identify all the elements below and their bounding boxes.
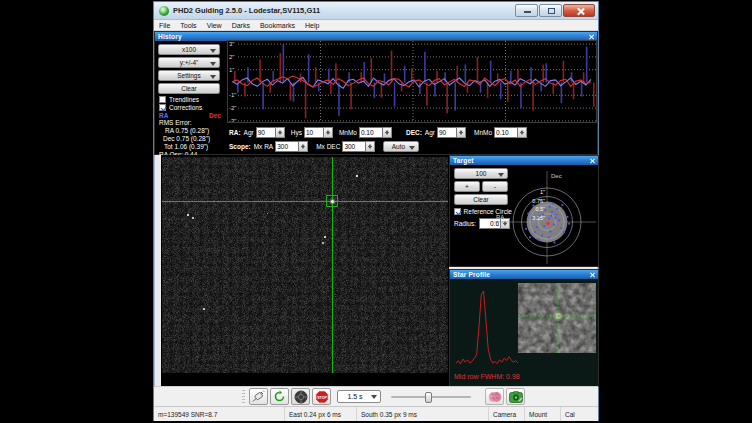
corrections-checkbox[interactable] <box>159 104 166 111</box>
crosshair-horizontal-line <box>162 201 448 202</box>
guide-star[interactable] <box>331 200 334 203</box>
star-profile-titlebar[interactable]: Star Profile <box>450 270 598 279</box>
ra-mnmo-label: MnMo <box>339 129 357 136</box>
status-mount-indicator: Mount <box>524 407 560 421</box>
menu-file[interactable]: File <box>154 22 175 29</box>
history-close-icon[interactable] <box>588 33 595 40</box>
ra-aggression-spinner[interactable] <box>276 127 285 138</box>
target-clear-label: Clear <box>473 196 489 203</box>
menu-bookmarks[interactable]: Bookmarks <box>255 22 300 29</box>
close-button[interactable] <box>563 4 595 17</box>
mxdec-label: Mx DEC <box>316 143 340 150</box>
dec-aggression-spinner[interactable] <box>457 127 466 138</box>
svg-text:Dec: Dec <box>551 173 562 179</box>
plug-icon <box>252 390 265 403</box>
stop-sign-icon: STOP <box>315 390 329 404</box>
history-settings-dropdown[interactable]: Settings <box>158 70 220 81</box>
trendlines-checkbox[interactable] <box>159 96 166 103</box>
rms-dec: Dec 0.75 (0.28") <box>163 135 223 143</box>
max-dec-input[interactable] <box>342 141 366 152</box>
max-ra-spinner[interactable] <box>299 141 308 152</box>
hysteresis-spinner[interactable] <box>324 127 333 138</box>
ra-minmove-input[interactable] <box>359 127 383 138</box>
stop-label: STOP <box>317 395 327 399</box>
ra-aggression-input[interactable] <box>256 127 276 138</box>
target-panel: Target 100 + - Clear Reference Circle Ra… <box>449 155 599 267</box>
star-profile-close-icon[interactable] <box>589 271 596 278</box>
status-camera-indicator: Camera <box>488 407 524 421</box>
trendlines-label: Trendlines <box>169 96 199 103</box>
max-dec-spinner[interactable] <box>366 141 375 152</box>
slider-thumb[interactable] <box>425 392 432 403</box>
minimize-button[interactable] <box>515 4 538 17</box>
dec-mode-value: Auto <box>392 143 405 150</box>
max-ra-input[interactable] <box>275 141 299 152</box>
loop-icon <box>273 390 286 403</box>
history-yscale-dropdown[interactable]: y:+/-4" <box>158 57 220 68</box>
history-scale-value: x100 <box>182 46 196 53</box>
reference-circle-checkbox[interactable] <box>454 208 461 215</box>
exposure-dropdown[interactable]: 1.5 s <box>337 390 381 403</box>
target-close-icon[interactable] <box>589 157 596 164</box>
rms-tot: Tot 1.06 (0.39") <box>164 143 223 151</box>
ra-legend-label[interactable]: RA <box>159 112 168 119</box>
radius-label: Radius: <box>454 220 476 227</box>
gamma-slider[interactable] <box>391 391 471 403</box>
brain-icon <box>488 391 502 403</box>
chevron-down-icon <box>409 146 415 150</box>
advanced-settings-button[interactable] <box>485 388 504 405</box>
star-profile-title: Star Profile <box>450 271 490 278</box>
target-zoom-in-button[interactable]: + <box>454 181 480 192</box>
loop-exposures-button[interactable] <box>270 388 289 405</box>
svg-text:RA: RA <box>496 214 504 220</box>
history-scale-dropdown[interactable]: x100 <box>158 44 220 55</box>
chevron-down-icon <box>210 62 216 66</box>
camera-settings-button[interactable] <box>506 388 525 405</box>
menu-view[interactable]: View <box>202 22 227 29</box>
star-closeup-image <box>518 283 596 353</box>
status-east: East 0.24 px 6 ms <box>284 407 356 421</box>
history-yscale-value: y:+/-4" <box>180 59 199 66</box>
status-bar: m=139549 SNR=8.7 East 0.24 px 6 ms South… <box>154 406 598 421</box>
dec-mode-dropdown[interactable]: Auto <box>383 141 419 152</box>
history-panel-title: History <box>155 33 182 40</box>
dec-mnmo-label: MnMo <box>474 129 492 136</box>
dec-legend-label[interactable]: Dec <box>209 112 221 119</box>
menu-tools[interactable]: Tools <box>175 22 201 29</box>
title-bar[interactable]: PHD2 Guiding 2.5.0 - Lodestar,SV115,G11 <box>154 2 598 20</box>
agr-label: Agr <box>244 129 254 136</box>
menu-help[interactable]: Help <box>300 22 324 29</box>
history-clear-button[interactable]: Clear <box>158 83 220 94</box>
stop-button[interactable]: STOP <box>312 388 331 405</box>
dec-aggression-input[interactable] <box>437 127 457 138</box>
status-message: m=139549 SNR=8.7 <box>154 407 284 421</box>
hysteresis-input[interactable] <box>304 127 324 138</box>
svg-text:-1": -1" <box>229 92 236 98</box>
toolbar-gripper[interactable] <box>242 390 245 404</box>
svg-text:-3": -3" <box>229 118 236 123</box>
svg-text:0.75": 0.75" <box>532 198 545 204</box>
phd2-logo-icon <box>159 6 169 16</box>
history-panel: History x100 y:+/-4" Settings Clear Tren… <box>154 31 598 155</box>
begin-guiding-button[interactable] <box>291 388 310 405</box>
ra-minmove-spinner[interactable] <box>383 127 392 138</box>
dec-minmove-input[interactable] <box>494 127 518 138</box>
target-zoom-value: 100 <box>476 170 487 177</box>
exposure-value: 1.5 s <box>347 393 362 400</box>
menu-darks[interactable]: Darks <box>227 22 255 29</box>
svg-text:2": 2" <box>229 54 234 60</box>
phd2-window: PHD2 Guiding 2.5.0 - Lodestar,SV115,G11 … <box>153 1 599 421</box>
desktop: PHD2 Guiding 2.5.0 - Lodestar,SV115,G11 … <box>0 0 752 423</box>
plus-icon: + <box>465 183 469 190</box>
target-panel-titlebar[interactable]: Target <box>450 156 598 165</box>
target-bullseye-plot: 0.25"0.5"0.75"1"DecRA <box>492 167 598 266</box>
dec-minmove-spinner[interactable] <box>518 127 527 138</box>
ra-prefix-label: RA: <box>229 129 241 136</box>
status-south: South 0.35 px 9 ms <box>356 407 456 421</box>
guide-camera-image[interactable] <box>161 155 449 387</box>
menu-bar: File Tools View Darks Bookmarks Help <box>154 20 598 31</box>
maximize-button[interactable] <box>539 4 562 17</box>
svg-text:0.5": 0.5" <box>535 206 545 212</box>
connect-camera-button[interactable] <box>249 388 268 405</box>
star-profile-plot <box>456 283 518 375</box>
